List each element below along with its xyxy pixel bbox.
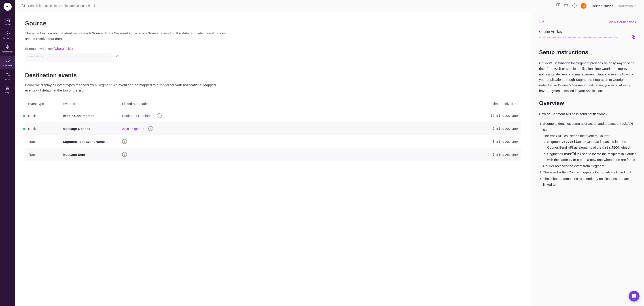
help-icon[interactable] [564, 3, 568, 8]
svg-point-3 [6, 86, 9, 88]
main-content: Source The write key is a unique identif… [15, 12, 531, 306]
step-subitem: Segment's userId is used to locate the r… [547, 151, 636, 163]
cell-event-id: Article Bookmarked [63, 114, 122, 118]
sidebar-item-users[interactable]: Users [0, 69, 15, 83]
workspace-name: Courier Guides [590, 4, 613, 8]
status-dot [23, 128, 25, 130]
svg-point-6 [574, 5, 575, 6]
sidebar-item-channels[interactable]: Channels [0, 56, 15, 69]
linked-automation-link[interactable]: Article Opened [122, 127, 144, 131]
table-row[interactable]: TrackMessage OpenedArticle Opened+2 minu… [25, 122, 521, 135]
table-row[interactable]: TrackArticle BookmarkedBookmark Reminder… [25, 109, 521, 122]
step-item: The linked automations run send any noti… [543, 176, 636, 188]
step-subitem: Segment properties JSON data is passed i… [547, 139, 636, 151]
intercom-launcher[interactable] [629, 291, 640, 302]
col-time-received[interactable]: Time received↑↓ [476, 102, 518, 106]
step-item: The track API call sends the event to Co… [543, 133, 636, 163]
sidebar-item-automations[interactable]: Automations [0, 42, 15, 56]
cell-event-type: Track [28, 153, 63, 156]
col-event-type[interactable]: Event type [28, 102, 63, 106]
sidebar-item-label: Automations [2, 50, 14, 53]
overview-question: How do Segment API calls send notificati… [539, 111, 636, 117]
workspace-sep: / [614, 4, 616, 8]
sidebar-item-home[interactable]: Home [0, 15, 15, 28]
cell-event-type: Track [28, 114, 63, 118]
integration-icon [539, 19, 544, 25]
copy-icon[interactable] [632, 35, 636, 40]
workspace-env: Production [617, 4, 633, 8]
add-automation-button[interactable]: + [157, 113, 162, 118]
sidebar: Home Designer Automations Channels Users… [0, 0, 15, 306]
api-key-value: ****************************************… [539, 36, 628, 39]
sidebar-item-label: Home [5, 23, 10, 26]
workspace-switcher[interactable]: Courier Guides / Production [590, 3, 639, 8]
add-automation-button[interactable]: + [122, 152, 127, 157]
add-automation-button[interactable]: + [148, 126, 153, 131]
app-logo[interactable] [4, 3, 12, 11]
cell-time: 12 minutes ago [476, 114, 518, 117]
source-description: The write key is a unique identifier for… [25, 31, 226, 42]
cell-time: 2 minutes ago [476, 127, 518, 130]
events-description: Below we display all event types receive… [25, 82, 226, 94]
cell-linked: + [122, 152, 476, 157]
table-row[interactable]: TrackMessage Sent+2 minutes ago [25, 148, 521, 161]
where-is-it-link[interactable]: (where is it?) [54, 47, 73, 50]
col-event-id[interactable]: Event Id ↑↓ [63, 102, 122, 106]
settings-icon[interactable] [572, 3, 577, 8]
sidebar-item-logs[interactable]: Logs [0, 83, 15, 96]
view-docs-link[interactable]: View Courier docs [609, 20, 636, 24]
setup-description: Courier's Destination for Segment provid… [539, 60, 636, 94]
topbar: C Courier Guides / Production [15, 0, 644, 12]
events-table: Event type Event Id ↑↓ Linked automation… [25, 98, 521, 161]
segment-write-key-input[interactable] [25, 53, 112, 62]
overview-heading: Overview [539, 100, 636, 107]
svg-point-4 [22, 4, 24, 6]
cell-event-id: Segment Test Event Name [63, 140, 122, 144]
search-icon [22, 3, 26, 8]
setup-heading: Setup instructions [539, 49, 636, 56]
sidebar-item-label: Logs [5, 91, 10, 94]
cell-event-id: Message Opened [63, 127, 122, 131]
table-row[interactable]: TrackSegment Test Event Name+8 minutes a… [25, 135, 521, 148]
notifications-icon[interactable] [555, 3, 560, 8]
svg-point-2 [8, 73, 9, 74]
setup-panel: View Courier docs Courier API key ******… [531, 12, 644, 306]
status-dot [23, 115, 25, 117]
col-linked-automations[interactable]: Linked automations [122, 102, 476, 106]
step-item: The event within Courier triggers all au… [543, 169, 636, 175]
cell-event-type: Track [28, 127, 63, 131]
sidebar-item-label: Designer [3, 37, 12, 39]
table-header: Event type Event Id ↑↓ Linked automation… [25, 98, 521, 109]
sort-icon: ↑↓ [515, 102, 518, 105]
notification-badge [558, 3, 560, 5]
cell-linked: + [122, 139, 476, 144]
step-item: Segment identifies some user action and … [543, 121, 636, 133]
cell-time: 8 minutes ago [476, 140, 518, 143]
sidebar-item-label: Channels [3, 64, 12, 66]
linked-automation-link[interactable]: Bookmark Reminder [122, 114, 153, 118]
sidebar-item-designer[interactable]: Designer [0, 28, 15, 42]
overview-steps: Segment identifies some user action and … [539, 121, 636, 187]
events-heading: Destination events [25, 72, 521, 79]
cell-event-id: Message Sent [63, 153, 122, 156]
edit-icon[interactable] [115, 55, 119, 60]
avatar[interactable]: C [581, 3, 586, 9]
source-heading: Source [25, 20, 521, 27]
svg-rect-7 [540, 20, 542, 23]
add-automation-button[interactable]: + [122, 139, 127, 144]
sort-icon: ↑↓ [77, 102, 80, 106]
chevron-down-icon [634, 3, 639, 8]
cell-linked: Bookmark Reminder+ [122, 113, 476, 118]
cell-linked: Article Opened+ [122, 126, 476, 131]
svg-point-1 [6, 73, 8, 74]
api-key-label: Courier API key [539, 30, 636, 33]
search-input[interactable] [28, 4, 118, 7]
cell-time: 2 minutes ago [476, 153, 518, 156]
write-key-label: Segment write key (where is it?) [25, 47, 521, 50]
cell-event-type: Track [28, 140, 63, 144]
step-item: Courier receives the event from Segment [543, 163, 636, 169]
sidebar-item-label: Users [5, 78, 10, 80]
